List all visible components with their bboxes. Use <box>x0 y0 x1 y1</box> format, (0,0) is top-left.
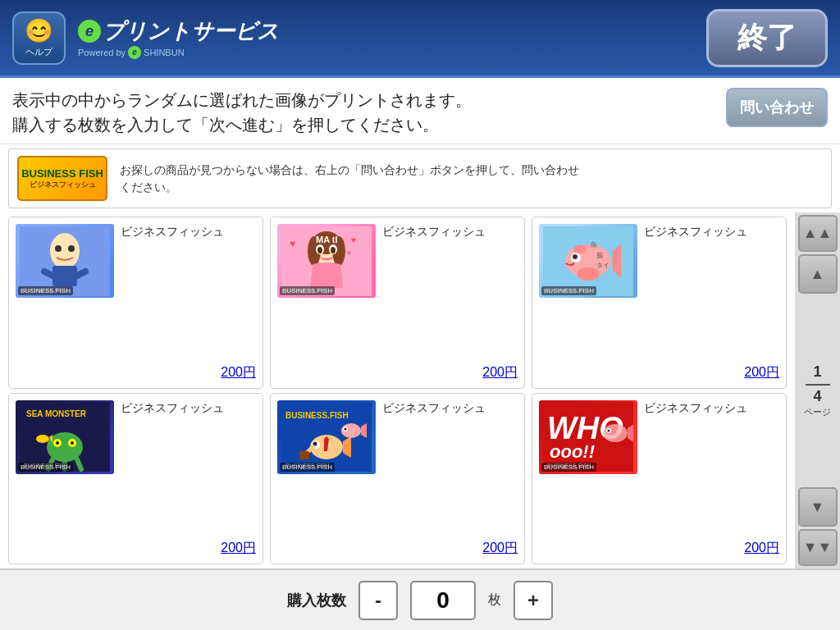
svg-point-66 <box>608 430 610 432</box>
product-thumb-3: 魚 脳 タイ BUSINESS.FISH BUSINESS.FISH <box>539 224 637 298</box>
product-card-6[interactable]: WHO ooo!! BUSINESS.FISH BUSINESS.FISH <box>532 393 787 565</box>
help-button[interactable]: 😊 ヘルプ <box>12 11 66 65</box>
instruction-line1: 表示中の中からランダムに選ばれた画像がプリントされます。 <box>12 88 472 112</box>
purchase-area: 購入枚数 - 0 枚 + <box>0 568 840 630</box>
product-card-1[interactable]: BUSINESS.FISH BUSINESS.FISH ビジネスフィッシュ 20… <box>8 217 263 389</box>
svg-rect-2 <box>52 266 77 286</box>
svg-point-15 <box>317 247 322 253</box>
svg-point-1 <box>50 233 80 269</box>
svg-point-51 <box>313 442 317 446</box>
scroll-down-btn[interactable]: ▼ <box>798 487 838 527</box>
svg-line-4 <box>77 272 85 276</box>
svg-text:BUSINESS.FISH: BUSINESS.FISH <box>285 411 349 420</box>
page-total: 4 <box>813 387 821 406</box>
logo-top: e プリントサービス <box>78 17 279 46</box>
svg-point-5 <box>55 245 62 252</box>
banner-logo: BUSINESS FISH ビジネスフィッシュ <box>17 156 107 201</box>
product-name-6: ビジネスフィッシュ <box>644 400 779 417</box>
logo-area: e プリントサービス Powered by e SHINBUN <box>78 17 279 59</box>
thumb-label-1: BUSINESS.FISH <box>18 286 73 295</box>
svg-text:♥: ♥ <box>290 238 295 249</box>
svg-text:タイ: タイ <box>596 262 609 269</box>
svg-text:♥: ♥ <box>351 235 356 244</box>
instruction-line2: 購入する枚数を入力して「次へ進む」を押してください。 <box>12 112 472 137</box>
banner-logo-sub: ビジネスフィッシュ <box>30 180 96 190</box>
product-card-4[interactable]: SEA MONSTER <box>8 393 263 565</box>
svg-point-25 <box>577 267 600 281</box>
product-info-3: ビジネスフィッシュ 200円 <box>644 224 779 381</box>
product-name-3: ビジネスフィッシュ <box>644 224 779 240</box>
plus-button[interactable]: + <box>514 581 553 620</box>
logo-e: e <box>78 20 101 43</box>
product-card-2[interactable]: ♥ ♥ ♥ MA tI BUSINESS.FISH BUSINESS.FISH … <box>270 217 525 389</box>
product-info-5: ビジネスフィッシュ 200円 <box>382 400 518 558</box>
product-row-2: SEA MONSTER <box>8 393 787 565</box>
svg-point-16 <box>331 247 336 253</box>
thumb-label-6: BUSINESS.FISH <box>541 463 596 472</box>
shinbun-text: SHINBUN <box>144 48 185 57</box>
purchase-label: 購入枚数 <box>287 591 346 610</box>
banner-text-line1: お探しの商品が見つからない場合は、右上の「問い合わせ」ボタンを押して、問い合わせ <box>120 162 579 179</box>
instruction-bar: 表示中の中からランダムに選ばれた画像がプリントされます。 購入する枚数を入力して… <box>0 78 840 144</box>
product-row-1: BUSINESS.FISH BUSINESS.FISH ビジネスフィッシュ 20… <box>8 217 787 389</box>
svg-text:♥: ♥ <box>347 249 351 257</box>
product-name-4: ビジネスフィッシュ <box>121 400 256 417</box>
scroll-up-btn[interactable]: ▲ <box>798 254 838 294</box>
svg-point-58 <box>345 428 347 431</box>
banner-text: お探しの商品が見つからない場合は、右上の「問い合わせ」ボタンを押して、問い合わせ… <box>120 162 579 196</box>
product-price-5: 200円 <box>382 540 518 557</box>
thumb-label-2: BUSINESS.FISH <box>280 286 335 295</box>
inquiry-button[interactable]: 問い合わせ <box>726 88 828 127</box>
product-thumb-2: ♥ ♥ ♥ MA tI BUSINESS.FISH BUSINESS.FISH <box>277 224 376 298</box>
card-inner-3: 魚 脳 タイ BUSINESS.FISH BUSINESS.FISH ビジネスフ… <box>539 224 779 381</box>
logo-powered-area: Powered by e SHINBUN <box>78 46 279 59</box>
header: 😊 ヘルプ e プリントサービス Powered by e SHINBUN 終了 <box>0 0 840 78</box>
instruction-text: 表示中の中からランダムに選ばれた画像がプリントされます。 購入する枚数を入力して… <box>12 88 472 137</box>
banner-area: BUSINESS FISH ビジネスフィッシュ お探しの商品が見つからない場合は… <box>8 148 832 208</box>
svg-point-26 <box>573 245 587 253</box>
card-inner-1: BUSINESS.FISH BUSINESS.FISH ビジネスフィッシュ 20… <box>16 224 256 381</box>
svg-point-28 <box>573 254 578 259</box>
count-unit: 枚 <box>488 591 501 609</box>
product-info-4: ビジネスフィッシュ 200円 <box>121 400 256 558</box>
product-thumb-6: WHO ooo!! BUSINESS.FISH BUSINESS.FISH <box>539 400 637 474</box>
page-current: 1 <box>813 363 821 381</box>
card-inner-2: ♥ ♥ ♥ MA tI BUSINESS.FISH BUSINESS.FISH … <box>277 224 518 381</box>
svg-point-43 <box>36 435 49 443</box>
thumb-label-4: BUSINESS.FISH <box>18 463 73 472</box>
banner-text-line2: ください。 <box>120 179 579 196</box>
product-price-6: 200円 <box>644 540 779 557</box>
product-name-2: ビジネスフィッシュ <box>382 224 518 240</box>
thumb-label-5: BUSINESS.FISH <box>280 463 335 472</box>
product-thumb-4: SEA MONSTER <box>16 400 114 474</box>
product-info-1: ビジネスフィッシュ 200円 <box>121 224 256 381</box>
product-card-3[interactable]: 魚 脳 タイ BUSINESS.FISH BUSINESS.FISH ビジネスフ… <box>532 217 787 389</box>
help-label: ヘルプ <box>25 46 52 58</box>
scroll-top-btn[interactable]: ▲▲ <box>798 215 838 252</box>
page-info: 1 4 ページ <box>804 296 831 485</box>
product-price-3: 200円 <box>644 364 779 381</box>
help-icon: 😊 <box>25 17 53 44</box>
svg-point-63 <box>603 424 628 442</box>
svg-text:SEA MONSTER: SEA MONSTER <box>26 409 87 418</box>
product-name-1: ビジネスフィッシュ <box>121 224 256 240</box>
content-area: BUSINESS.FISH BUSINESS.FISH ビジネスフィッシュ 20… <box>0 212 840 568</box>
product-price-1: 200円 <box>121 364 256 381</box>
card-inner-5: BUSINESS.FISH <box>277 400 518 558</box>
product-card-5[interactable]: BUSINESS.FISH <box>270 393 525 565</box>
scroll-bottom-btn[interactable]: ▼▼ <box>798 529 838 566</box>
product-thumb-5: BUSINESS.FISH <box>277 400 376 474</box>
end-button[interactable]: 終了 <box>706 9 828 67</box>
page-unit: ページ <box>804 406 831 418</box>
thumb-label-3: BUSINESS.FISH <box>541 286 596 295</box>
svg-point-6 <box>68 245 75 252</box>
minus-button[interactable]: - <box>358 581 398 620</box>
product-price-2: 200円 <box>382 364 518 381</box>
svg-text:脳: 脳 <box>596 252 603 259</box>
powered-text: Powered by <box>78 48 126 57</box>
count-display: 0 <box>410 581 476 620</box>
scroll-bar: ▲▲ ▲ 1 4 ページ ▼ ▼▼ <box>795 212 840 568</box>
main-content: 表示中の中からランダムに選ばれた画像がプリントされます。 購入する枚数を入力して… <box>0 78 840 630</box>
logo-e-small: e <box>128 46 141 59</box>
product-thumb-1: BUSINESS.FISH BUSINESS.FISH <box>16 224 114 298</box>
